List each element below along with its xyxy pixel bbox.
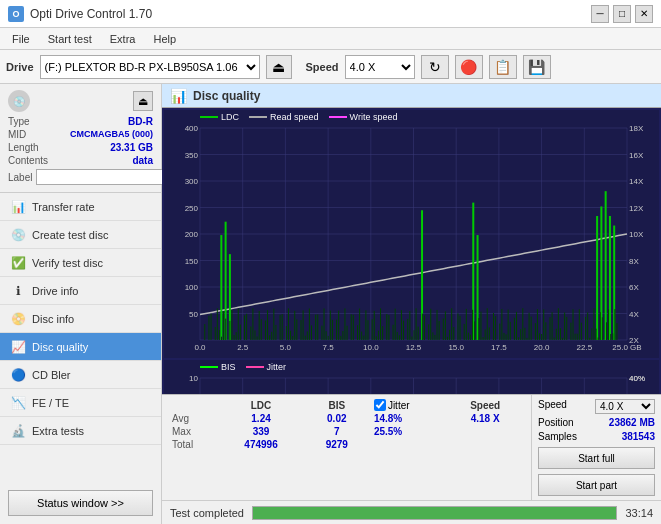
start-part-btn[interactable]: Start part (538, 474, 655, 496)
app-title: Opti Drive Control 1.70 (30, 7, 152, 21)
minimize-btn[interactable]: ─ (591, 5, 609, 23)
speed-select[interactable]: 4.0 X (345, 55, 415, 79)
disc-length-row: Length 23.31 GB (8, 142, 153, 153)
titlebar-left: O Opti Drive Control 1.70 (8, 6, 152, 22)
stats-avg-row: Avg 1.24 0.02 14.8% 4.18 X (168, 412, 525, 425)
total-label: Total (168, 438, 218, 451)
disc-label-row: Label ⚙ (8, 168, 153, 186)
speed-header: Speed (445, 398, 525, 412)
maximize-btn[interactable]: □ (613, 5, 631, 23)
nav-cd-bler[interactable]: 🔵 CD Bler (0, 361, 161, 389)
samples-label: Samples (538, 431, 577, 442)
burn-btn[interactable]: 🔴 (455, 55, 483, 79)
chart1-container: LDC Read speed Write speed (164, 110, 659, 358)
max-ldc: 339 (218, 425, 303, 438)
close-btn[interactable]: ✕ (635, 5, 653, 23)
disc-mid-label: MID (8, 129, 26, 140)
position-value: 23862 MB (609, 417, 655, 428)
progress-bar-fill (253, 507, 616, 519)
disc-type-value: BD-R (128, 116, 153, 127)
disc-info-panel: 💿 ⏏ Type BD-R MID CMCMAGBA5 (000) Length… (0, 84, 161, 193)
menu-help[interactable]: Help (145, 31, 184, 47)
bis-header: BIS (304, 398, 370, 412)
total-bis: 9279 (304, 438, 370, 451)
bis-legend: BIS (200, 362, 236, 372)
disc-mid-value: CMCMAGBA5 (000) (70, 129, 153, 140)
disc-quality-title: Disc quality (193, 89, 260, 103)
chart2-legend: BIS Jitter (200, 362, 286, 372)
jitter-checkbox-label: Jitter (374, 399, 442, 411)
jitter-legend: Jitter (246, 362, 287, 372)
drive-select[interactable]: (F:) PLEXTOR BD-R PX-LB950SA 1.06 (40, 55, 260, 79)
save-btn[interactable]: 💾 (523, 55, 551, 79)
nav-extra-tests[interactable]: 🔬 Extra tests (0, 417, 161, 445)
nav-disc-info[interactable]: 📀 Disc info (0, 305, 161, 333)
progress-bar (252, 506, 617, 520)
nav-disc-quality[interactable]: 📈 Disc quality (0, 333, 161, 361)
total-ldc: 474996 (218, 438, 303, 451)
speed-dropdown[interactable]: 4.0 X (595, 399, 655, 414)
write-speed-legend: Write speed (329, 112, 398, 122)
nav-extra-tests-label: Extra tests (32, 425, 84, 437)
nav-drive-info[interactable]: ℹ Drive info (0, 277, 161, 305)
right-stats-panel: Speed 4.0 X Position 23862 MB Samples 38… (531, 395, 661, 500)
speed-label: Speed (306, 61, 339, 73)
position-label: Position (538, 417, 574, 428)
stats-table: LDC BIS Jitter Speed Avg 1.2 (168, 398, 525, 451)
disc-quality-header: 📊 Disc quality (162, 84, 661, 108)
avg-speed: 4.18 X (445, 412, 525, 425)
disc-quality-icon: 📈 (10, 339, 26, 355)
nav-verify-test-disc[interactable]: ✅ Verify test disc (0, 249, 161, 277)
avg-label: Avg (168, 412, 218, 425)
menu-extra[interactable]: Extra (102, 31, 144, 47)
stats-total-row: Total 474996 9279 (168, 438, 525, 451)
nav-cd-bler-label: CD Bler (32, 369, 71, 381)
drive-info-icon: ℹ (10, 283, 26, 299)
jitter-checkbox[interactable] (374, 399, 386, 411)
avg-bis: 0.02 (304, 412, 370, 425)
read-speed-legend: Read speed (249, 112, 319, 122)
avg-ldc: 1.24 (218, 412, 303, 425)
max-bis: 7 (304, 425, 370, 438)
samples-row: Samples 381543 (538, 431, 655, 442)
nav-transfer-rate[interactable]: 📊 Transfer rate (0, 193, 161, 221)
status-window-btn[interactable]: Status window >> (8, 490, 153, 516)
extra-tests-icon: 🔬 (10, 423, 26, 439)
cd-bler-icon: 🔵 (10, 367, 26, 383)
nav-disc-info-label: Disc info (32, 313, 74, 325)
verify-test-disc-icon: ✅ (10, 255, 26, 271)
copy-btn[interactable]: 📋 (489, 55, 517, 79)
titlebar: O Opti Drive Control 1.70 ─ □ ✕ (0, 0, 661, 28)
create-test-disc-icon: 💿 (10, 227, 26, 243)
disc-type-label: Type (8, 116, 30, 127)
disc-contents-value: data (132, 155, 153, 166)
time-display: 33:14 (625, 507, 653, 519)
refresh-btn[interactable]: ↻ (421, 55, 449, 79)
disc-label-input[interactable] (36, 169, 169, 185)
speed-row: Speed 4.0 X (538, 399, 655, 414)
disc-quality-header-icon: 📊 (170, 88, 187, 104)
stats-table-area: LDC BIS Jitter Speed Avg 1.2 (162, 395, 531, 500)
menu-file[interactable]: File (4, 31, 38, 47)
disc-eject-btn[interactable]: ⏏ (133, 91, 153, 111)
ldc-header: LDC (218, 398, 303, 412)
nav-create-test-disc[interactable]: 💿 Create test disc (0, 221, 161, 249)
stats-bar: LDC BIS Jitter Speed Avg 1.2 (162, 394, 661, 500)
disc-header: 💿 ⏏ (8, 90, 153, 112)
disc-length-label: Length (8, 142, 39, 153)
menu-start-test[interactable]: Start test (40, 31, 100, 47)
disc-label-key: Label (8, 172, 32, 183)
ldc-legend: LDC (200, 112, 239, 122)
disc-contents-label: Contents (8, 155, 48, 166)
start-full-btn[interactable]: Start full (538, 447, 655, 469)
nav-fe-te[interactable]: 📉 FE / TE (0, 389, 161, 417)
stats-header-row: LDC BIS Jitter Speed (168, 398, 525, 412)
eject-btn[interactable]: ⏏ (266, 55, 292, 79)
disc-length-value: 23.31 GB (110, 142, 153, 153)
fe-te-icon: 📉 (10, 395, 26, 411)
drive-label: Drive (6, 61, 34, 73)
nav-verify-test-disc-label: Verify test disc (32, 257, 103, 269)
app-icon: O (8, 6, 24, 22)
disc-info-icon: 📀 (10, 311, 26, 327)
avg-jitter: 14.8% (370, 412, 446, 425)
